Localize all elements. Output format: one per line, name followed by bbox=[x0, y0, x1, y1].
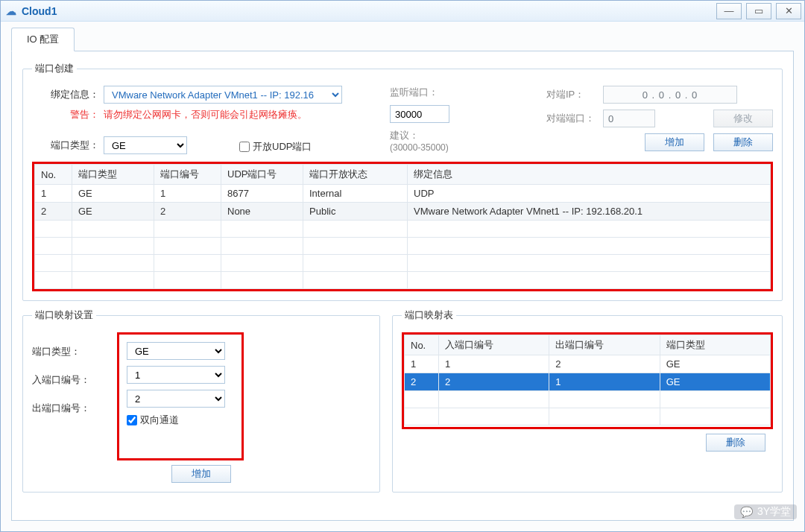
minimize-button[interactable]: — bbox=[716, 3, 742, 19]
tab-io-config[interactable]: IO 配置 bbox=[11, 28, 75, 51]
table-row-empty bbox=[35, 221, 771, 238]
port-table-highlight: No. 端口类型 端口编号 UDP端口号 端口开放状态 绑定信息 1 GE 1 bbox=[32, 162, 773, 291]
bidir-label: 双向通道 bbox=[140, 414, 179, 427]
table-row-empty bbox=[35, 272, 771, 289]
map-out-port-select[interactable]: 2 bbox=[127, 390, 225, 408]
table-row[interactable]: 1 GE 1 8677 Internal UDP bbox=[35, 185, 771, 203]
table-row[interactable]: 1 1 2 GE bbox=[405, 355, 771, 373]
group-port-map-cfg: 端口映射设置 端口类型： 入端口编号： 出端口编号： GE 1 2 bbox=[22, 308, 380, 493]
delete-port-button[interactable]: 删除 bbox=[713, 133, 773, 151]
port-type-label: 端口类型： bbox=[32, 139, 104, 152]
port-table[interactable]: No. 端口类型 端口编号 UDP端口号 端口开放状态 绑定信息 1 GE 1 bbox=[34, 164, 771, 289]
peer-ip-label: 对端IP： bbox=[546, 88, 599, 101]
map-add-button[interactable]: 增加 bbox=[171, 465, 231, 483]
port-th-udp: UDP端口号 bbox=[221, 165, 303, 185]
map-th-type: 端口类型 bbox=[660, 335, 770, 355]
map-in-port-label: 入端口编号： bbox=[32, 371, 114, 389]
wechat-icon: 💬 bbox=[740, 506, 753, 518]
group-port-map-table-legend: 端口映射表 bbox=[402, 308, 456, 322]
port-th-bind: 绑定信息 bbox=[408, 165, 771, 185]
table-row-empty bbox=[405, 391, 771, 408]
map-port-type-select[interactable]: GE bbox=[127, 342, 225, 360]
watermark-text: 3Y学堂 bbox=[757, 505, 791, 519]
port-create-col3: 对端IP： 0 . 0 . 0 . 0 对端端口： 0 修改 增加 删除 bbox=[546, 86, 773, 154]
table-row-empty bbox=[35, 238, 771, 255]
port-create-col1: 绑定信息： VMware Network Adapter VMnet1 -- I… bbox=[32, 86, 360, 154]
bind-info-label: 绑定信息： bbox=[32, 88, 104, 101]
table-row[interactable]: 2 2 1 GE bbox=[405, 373, 771, 391]
lower-area: 端口映射设置 端口类型： 入端口编号： 出端口编号： GE 1 2 bbox=[22, 308, 783, 500]
open-udp-checkbox[interactable] bbox=[239, 142, 250, 152]
port-create-col2: 监听端口： 建议： (30000-35000) bbox=[390, 86, 517, 154]
map-port-type-label: 端口类型： bbox=[32, 343, 114, 361]
window-buttons: — ▭ ✕ bbox=[716, 3, 801, 19]
close-button[interactable]: ✕ bbox=[776, 3, 801, 19]
bidir-checkbox[interactable] bbox=[127, 415, 137, 425]
port-th-no: No. bbox=[35, 165, 72, 185]
table-row[interactable]: 2 GE 2 None Public VMware Network Adapte… bbox=[35, 203, 771, 221]
window-title: Cloud1 bbox=[22, 5, 716, 17]
warn-text: 请勿绑定公网网卡，否则可能会引起网络瘫痪。 bbox=[104, 108, 307, 121]
port-th-state: 端口开放状态 bbox=[303, 165, 408, 185]
map-delete-button[interactable]: 删除 bbox=[706, 434, 765, 452]
listen-port-input[interactable] bbox=[390, 105, 449, 123]
port-create-form: 绑定信息： VMware Network Adapter VMnet1 -- I… bbox=[32, 86, 773, 154]
peer-port-input[interactable]: 0 bbox=[603, 110, 655, 127]
advice-range: (30000-35000) bbox=[390, 142, 517, 153]
open-udp-label: 开放UDP端口 bbox=[253, 140, 312, 153]
port-th-idx: 端口编号 bbox=[154, 165, 221, 185]
warn-label: 警告： bbox=[32, 108, 104, 121]
map-th-no: No. bbox=[405, 335, 439, 355]
map-out-port-label: 出端口编号： bbox=[32, 399, 114, 417]
port-th-type: 端口类型 bbox=[72, 165, 154, 185]
group-port-create: 端口创建 绑定信息： VMware Network Adapter VMnet1… bbox=[22, 62, 783, 301]
modify-button[interactable]: 修改 bbox=[713, 110, 773, 127]
title-bar: ☁ Cloud1 — ▭ ✕ bbox=[1, 1, 804, 22]
bind-info-select[interactable]: VMware Network Adapter VMnet1 -- IP: 192… bbox=[104, 86, 342, 104]
map-table-highlight: No. 入端口编号 出端口编号 端口类型 1 1 2 GE bbox=[402, 332, 773, 429]
watermark: 💬 3Y学堂 bbox=[734, 504, 797, 519]
group-port-map-cfg-legend: 端口映射设置 bbox=[32, 308, 96, 322]
tabs-bar: IO 配置 bbox=[11, 29, 794, 51]
peer-ip-input[interactable]: 0 . 0 . 0 . 0 bbox=[603, 86, 737, 104]
table-row-empty bbox=[405, 408, 771, 425]
table-row-empty bbox=[35, 255, 771, 272]
map-in-port-select[interactable]: 1 bbox=[127, 366, 225, 384]
group-port-create-legend: 端口创建 bbox=[32, 62, 77, 75]
panel-body: 端口创建 绑定信息： VMware Network Adapter VMnet1… bbox=[11, 51, 794, 521]
cloud-icon: ☁ bbox=[5, 5, 17, 17]
listen-port-label: 监听端口： bbox=[390, 86, 442, 99]
group-port-map-table: 端口映射表 No. 入端口编号 出端口编号 端口类型 bbox=[392, 308, 783, 493]
add-port-button[interactable]: 增加 bbox=[645, 133, 704, 151]
port-type-select[interactable]: GE bbox=[104, 136, 187, 154]
map-controls-highlight: GE 1 2 双向通道 bbox=[117, 332, 244, 460]
advice-label: 建议： bbox=[390, 129, 442, 142]
content-area: IO 配置 端口创建 绑定信息： VMware Network Adapter … bbox=[1, 22, 804, 531]
map-table[interactable]: No. 入端口编号 出端口编号 端口类型 1 1 2 GE bbox=[404, 335, 771, 425]
maximize-button[interactable]: ▭ bbox=[746, 3, 771, 19]
map-th-in: 入端口编号 bbox=[439, 335, 549, 355]
window: ☁ Cloud1 — ▭ ✕ IO 配置 端口创建 绑定信息： VMware bbox=[0, 0, 805, 532]
peer-port-label: 对端端口： bbox=[546, 112, 599, 125]
map-th-out: 出端口编号 bbox=[549, 335, 660, 355]
